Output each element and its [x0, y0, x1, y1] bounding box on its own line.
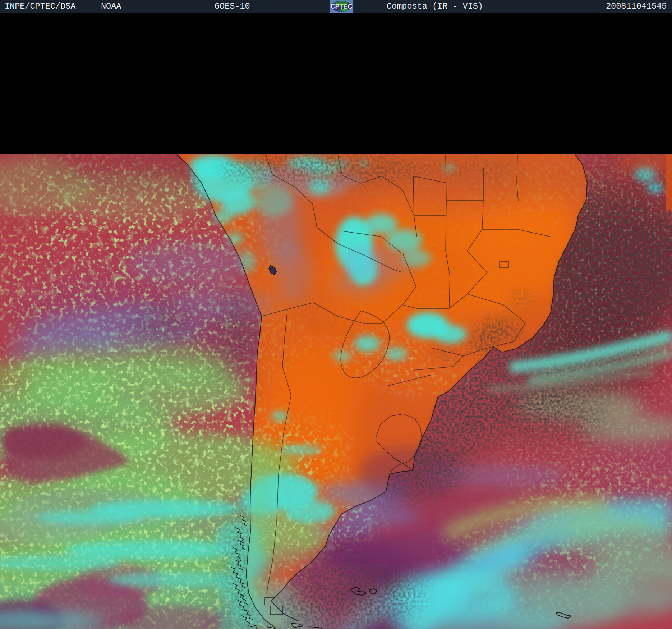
svg-text:CPTEC: CPTEC: [330, 3, 352, 10]
